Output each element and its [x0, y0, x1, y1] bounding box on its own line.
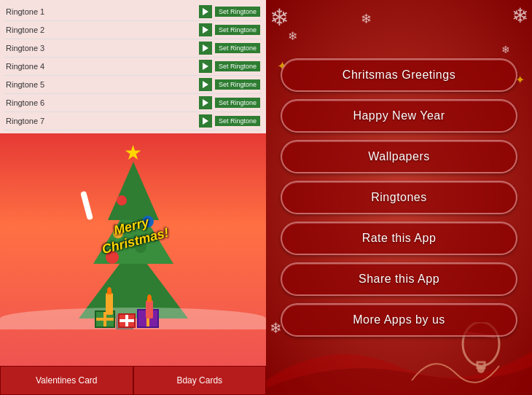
ringtone-play-button-7[interactable]	[199, 114, 212, 128]
star-icon: ★	[124, 141, 142, 165]
snowflake-top-mid: ❄	[361, 11, 372, 27]
bottom-bar: Valentines Card Bday Cards	[0, 366, 266, 395]
ringtone-list: Ringtone 1Set RingtoneRingtone 2Set Ring…	[0, 0, 266, 133]
ringtone-set-button-6[interactable]: Set Ringtone	[215, 98, 260, 108]
ringtone-play-button-6[interactable]	[199, 96, 212, 109]
ringtone-set-button-4[interactable]: Set Ringtone	[215, 61, 260, 71]
candy-cane	[80, 191, 93, 221]
ringtone-name-6: Ringtone 6	[6, 98, 196, 107]
ringtone-name-7: Ringtone 7	[6, 117, 196, 125]
menu-button-ringtones[interactable]: Ringtones	[281, 181, 517, 214]
ringtone-item: Ringtone 1Set Ringtone	[4, 3, 262, 21]
tree-top	[108, 162, 159, 220]
ringtone-name-4: Ringtone 4	[6, 62, 196, 71]
ringtone-play-button-1[interactable]	[199, 5, 212, 18]
snowflake-topleft: ❄	[270, 4, 289, 31]
ringtone-item: Ringtone 6Set Ringtone	[4, 94, 262, 112]
ringtone-item: Ringtone 2Set Ringtone	[4, 21, 262, 39]
bday-cards-button[interactable]: Bday Cards	[133, 366, 267, 395]
ornament-red	[117, 195, 127, 206]
ringtone-set-button-2[interactable]: Set Ringtone	[215, 25, 260, 35]
ringtone-item: Ringtone 3Set Ringtone	[4, 39, 262, 58]
ringtone-play-button-5[interactable]	[199, 78, 212, 91]
menu-button-happy-new-year[interactable]: Happy New Year	[281, 99, 517, 133]
menu-button-wallpapers[interactable]: Wallpapers	[281, 140, 517, 173]
ringtone-play-button-3[interactable]	[199, 42, 212, 55]
right-panel: ❄ ❄ ❄ ❄ ❄ ❄ ✦ ✦ Chritsmas GreetingsHappy…	[266, 0, 532, 395]
menu-button-rate-app[interactable]: Rate this App	[281, 222, 517, 255]
ringtone-name-3: Ringtone 3	[6, 44, 196, 52]
menu-button-more-apps[interactable]: More Apps by us	[281, 303, 517, 337]
snowflake-topright: ❄	[512, 4, 528, 28]
menu-button-christmas-greetings[interactable]: Chritsmas Greetings	[281, 58, 517, 92]
gift-red	[118, 313, 136, 328]
ringtone-name-2: Ringtone 2	[6, 26, 196, 34]
menu-buttons: Chritsmas GreetingsHappy New YearWallpap…	[281, 58, 517, 337]
ringtone-set-button-7[interactable]: Set Ringtone	[215, 116, 260, 126]
menu-button-share-app[interactable]: Share this App	[281, 262, 517, 296]
ringtone-set-button-1[interactable]: Set Ringtone	[215, 7, 260, 17]
ringtone-set-button-3[interactable]: Set Ringtone	[215, 43, 260, 53]
ringtone-name-1: Ringtone 1	[6, 7, 196, 16]
snowflake-small1: ❄	[288, 29, 297, 43]
ringtone-set-button-5[interactable]: Set Ringtone	[215, 79, 260, 90]
ringtone-play-button-2[interactable]	[199, 23, 212, 36]
ringtone-play-button-4[interactable]	[199, 60, 212, 73]
ringtone-item: Ringtone 7Set Ringtone	[4, 112, 262, 130]
valentines-card-button[interactable]: Valentines Card	[0, 366, 133, 395]
christmas-scene: ★ MerryChristmas!	[0, 133, 266, 366]
ringtone-item: Ringtone 5Set Ringtone	[4, 76, 262, 94]
ringtone-name-5: Ringtone 5	[6, 80, 196, 89]
candle	[106, 293, 113, 315]
candle2	[146, 300, 153, 318]
snowflake-small2: ❄	[501, 44, 510, 55]
left-panel: Ringtone 1Set RingtoneRingtone 2Set Ring…	[0, 0, 266, 395]
ringtone-item: Ringtone 4Set Ringtone	[4, 58, 262, 76]
